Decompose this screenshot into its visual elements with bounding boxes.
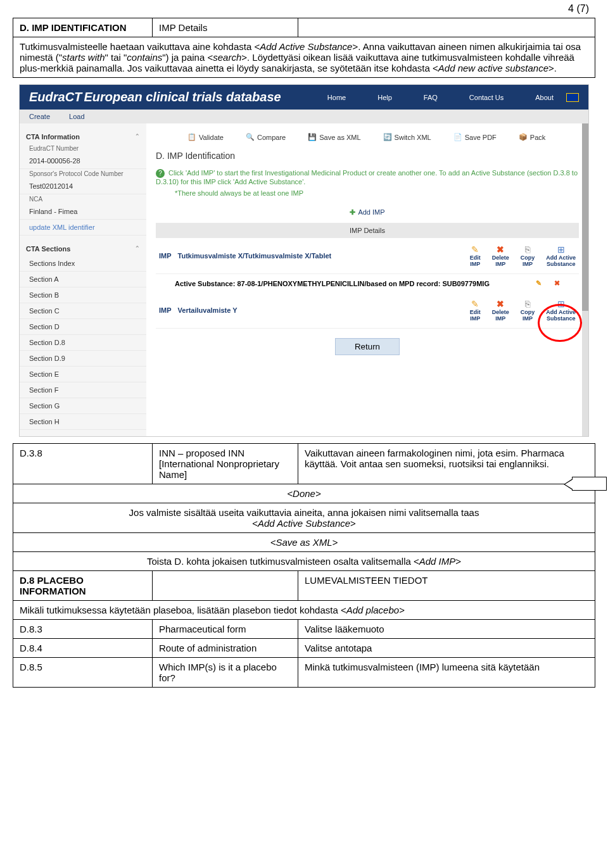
subnav-create[interactable]: Create — [29, 113, 50, 120]
validate-icon: 📋 — [187, 133, 196, 141]
page-number: 4 (7) — [0, 0, 608, 18]
help-icon[interactable]: ? — [156, 169, 165, 178]
nav-help[interactable]: Help — [377, 94, 392, 101]
sidebar-section-b[interactable]: Section B — [20, 287, 146, 303]
scrollbar[interactable] — [582, 123, 588, 436]
update-xml-link[interactable]: update XML identifier — [20, 220, 146, 236]
imp-row-2: IMP Vertailuvalmiste Y ✎EditIMP ✖DeleteI… — [156, 292, 579, 329]
sidebar-section-c[interactable]: Section C — [20, 303, 146, 319]
sidebar-section-a[interactable]: Section A — [20, 272, 146, 287]
d85-code: D.8.5 — [13, 658, 153, 688]
add-icon: ⊞ — [546, 299, 576, 309]
compare-button[interactable]: 🔍Compare — [246, 133, 286, 141]
d38-field: INN – proposed INN [International Nonpro… — [153, 444, 298, 484]
edit-substance-button[interactable]: ✎ — [536, 279, 542, 287]
instruction-note: *There should always be at least one IMP — [156, 186, 579, 197]
sidebar-section-f[interactable]: Section F — [20, 382, 146, 398]
active-substance-row: Active Substance: 87-08-1/PHENOXYMETHYLP… — [156, 274, 579, 292]
copy-imp-button[interactable]: ⎘CopyIMP — [521, 299, 535, 322]
sidebar-sections-index[interactable]: Sections Index — [20, 256, 146, 272]
imp-2-name[interactable]: Vertailuvalmiste Y — [178, 306, 470, 314]
d84-desc: Valitse antotapa — [298, 639, 595, 658]
add-active-substance-button[interactable]: ⊞Add ActiveSubstance — [546, 244, 576, 267]
save-pdf-button[interactable]: 📄Save PDF — [453, 133, 497, 141]
sponsor-code-value: Test02012014 — [20, 179, 146, 194]
section-d-title: D. IMP Identification — [156, 148, 579, 164]
delete-imp-button[interactable]: ✖DeleteIMP — [492, 244, 509, 267]
substance-label: Active Substance: — [175, 280, 235, 287]
delete-substance-button[interactable]: ✖ — [554, 279, 560, 287]
main-content: 📋Validate 🔍Compare 💾Save as XML 🔄Switch … — [146, 123, 588, 436]
edit-icon: ✎ — [470, 244, 481, 255]
repeat-d-note: Toista D. kohta jokaisen tutkimusvalmist… — [13, 552, 595, 571]
imp-1-name[interactable]: Tutkimusvalmiste X/Tutkimusvalmiste X/Ta… — [178, 252, 470, 260]
edit-imp-button[interactable]: ✎EditIMP — [470, 244, 481, 267]
substance-value: 87-08-1/PHENOXYMETHYLPENICILLIN/based on… — [237, 280, 490, 287]
d85-desc: Minkä tutkimusvalmisteen (IMP) lumeena s… — [298, 658, 595, 688]
delete-icon: ✖ — [492, 244, 509, 255]
nav-contact[interactable]: Contact Us — [469, 94, 504, 101]
d8-right: LUMEVALMISTEEN TIEDOT — [298, 571, 595, 601]
main-nav: Home Help FAQ Contact Us About — [327, 94, 554, 101]
d83-code: D.8.3 — [13, 620, 153, 639]
sub-header: Create Load — [20, 110, 588, 123]
switch-xml-button[interactable]: 🔄Switch XML — [383, 133, 431, 141]
copy-icon: ⎘ — [521, 244, 535, 255]
nca-label: NCA — [20, 194, 146, 204]
pack-icon: 📦 — [519, 133, 528, 141]
imp-tag: IMP — [159, 252, 172, 260]
copy-imp-button[interactable]: ⎘CopyIMP — [521, 244, 535, 267]
nav-faq[interactable]: FAQ — [424, 94, 438, 101]
add-active-substance-button[interactable]: ⊞Add ActiveSubstance — [546, 299, 576, 322]
collapse-icon: ⌃ — [135, 133, 140, 141]
imp-details-label: IMP Details — [153, 18, 298, 37]
d84-field: Route of administration — [153, 639, 298, 658]
add-icon: ⊞ — [546, 244, 576, 255]
add-imp-button[interactable]: ✚Add IMP — [156, 202, 579, 223]
nav-home[interactable]: Home — [327, 94, 346, 101]
eudract-screenshot: EudraCT European clinical trials databas… — [19, 84, 589, 437]
eudract-number-value: 2014-000056-28 — [20, 153, 146, 169]
subnav-load[interactable]: Load — [69, 113, 84, 120]
document-table: D. IMP IDENTIFICATION IMP Details Tutkim… — [13, 18, 595, 78]
save-icon: 💾 — [308, 133, 317, 141]
collapse-icon: ⌃ — [135, 245, 140, 253]
save-xml-button[interactable]: 💾Save as XML — [308, 133, 360, 141]
d8-title: D.8 PLACEBO INFORMATION — [13, 571, 153, 601]
sidebar-section-d9[interactable]: Section D.9 — [20, 351, 146, 367]
eudract-logo: EudraCT European clinical trials databas… — [29, 90, 281, 104]
eu-flag-icon — [566, 93, 579, 102]
eudract-number-label: EudraCT Number — [20, 144, 146, 153]
d83-desc: Valitse lääkemuoto — [298, 620, 595, 639]
return-button[interactable]: Return — [335, 338, 400, 355]
d38-code: D.3.8 — [13, 444, 153, 484]
compare-icon: 🔍 — [246, 133, 255, 141]
d-imp-description: Tutkimusvalmisteelle haetaan vaikuttava … — [13, 37, 595, 78]
toolbar: 📋Validate 🔍Compare 💾Save as XML 🔄Switch … — [156, 130, 579, 148]
validate-button[interactable]: 📋Validate — [187, 133, 224, 141]
document-table-2: D.3.8 INN – proposed INN [International … — [13, 443, 595, 688]
cta-sections-header[interactable]: CTA Sections⌃ — [20, 242, 146, 256]
cta-info-header[interactable]: CTA Information⌃ — [20, 130, 146, 144]
empty-cell — [153, 571, 298, 601]
sidebar-section-e[interactable]: Section E — [20, 367, 146, 382]
sidebar-section-g[interactable]: Section G — [20, 398, 146, 414]
pack-button[interactable]: 📦Pack — [519, 133, 545, 141]
nav-about[interactable]: About — [535, 94, 554, 101]
imp-tag: IMP — [159, 306, 172, 314]
d38-desc: Vaikuttavan aineen farmakologinen nimi, … — [298, 444, 595, 484]
delete-icon: ✖ — [492, 299, 509, 309]
sidebar-section-d8[interactable]: Section D.8 — [20, 335, 146, 351]
imp-row-1: IMP Tutkimusvalmiste X/Tutkimusvalmiste … — [156, 238, 579, 274]
d83-field: Pharmaceutical form — [153, 620, 298, 639]
d-imp-identification-title: D. IMP IDENTIFICATION — [13, 18, 153, 37]
d85-field: Which IMP(s) is it a placebo for? — [153, 658, 298, 688]
done-marker: <Done> — [13, 484, 595, 503]
edit-imp-button[interactable]: ✎EditIMP — [470, 299, 481, 322]
delete-imp-button[interactable]: ✖DeleteIMP — [492, 299, 509, 322]
pdf-icon: 📄 — [453, 133, 462, 141]
sidebar-section-h[interactable]: Section H — [20, 414, 146, 430]
nca-value: Finland - Fimea — [20, 204, 146, 220]
sidebar-section-d[interactable]: Section D — [20, 319, 146, 335]
save-xml-marker: <Save as XML> — [13, 533, 595, 552]
